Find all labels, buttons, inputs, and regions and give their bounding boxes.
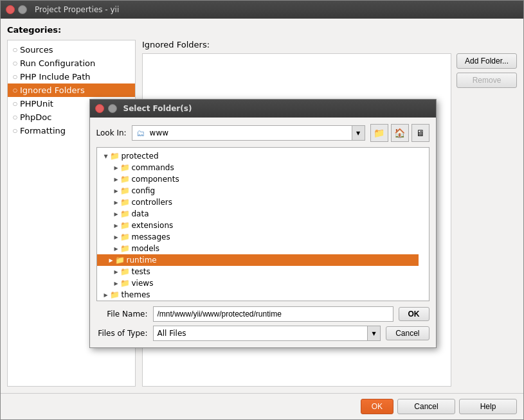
desktop-icon: 🖥 [416, 128, 425, 138]
nav-icons: 📁 🏠 🖥 [370, 124, 429, 142]
tree-label-runtime: runtime [127, 256, 157, 265]
tree-item-controllers[interactable]: ▶ 📁 controllers [97, 197, 419, 208]
right-action-buttons: Add Folder... Remove [456, 53, 517, 387]
expand-icon: ▼ [102, 153, 110, 159]
sidebar-item-sources[interactable]: ○ Sources [8, 43, 135, 57]
modal-body: Look In: 🗂 www ▼ 📁 🏠 [90, 118, 436, 347]
modal-cancel-button[interactable]: Cancel [386, 326, 429, 340]
modal-close-btn[interactable] [95, 104, 104, 113]
expand-icon: ▶ [113, 234, 120, 240]
folder-icon: 📁 [115, 256, 125, 265]
sidebar-label-ignored: Ignored Folders [20, 85, 85, 95]
tree-item-runtime[interactable]: ▶ 📁 runtime [97, 254, 419, 266]
add-folder-button[interactable]: Add Folder... [456, 53, 517, 69]
remove-button[interactable]: Remove [456, 73, 517, 88]
tree-label-config: config [132, 186, 156, 195]
tree-item-commands[interactable]: ▶ 📁 commands [97, 162, 419, 173]
help-button[interactable]: Help [459, 399, 517, 414]
close-btn[interactable] [6, 5, 15, 14]
folder-icon: 📁 [120, 186, 130, 195]
tree-item-views[interactable]: ▶ 📁 views [97, 277, 419, 289]
folder-icon: 📁 [120, 221, 130, 230]
files-of-type-combo[interactable]: All Files ▼ [153, 326, 381, 341]
select-folder-modal: Select Folder(s) Look In: 🗂 www ▼ [89, 99, 437, 348]
navigate-up-button[interactable]: 📁 [370, 124, 388, 142]
bullet-icon: ○ [13, 87, 17, 93]
window-title: Project Properties - yii [35, 5, 119, 14]
desktop-button[interactable]: 🖥 [411, 124, 429, 142]
bullet-icon: ○ [13, 60, 17, 66]
expand-icon: ▶ [113, 188, 120, 194]
tree-item-tests[interactable]: ▶ 📁 tests [97, 266, 419, 277]
tree-item-models[interactable]: ▶ 📁 models [97, 243, 419, 254]
sidebar-label-sources: Sources [20, 45, 53, 55]
bottom-bar: OK Cancel Help [1, 393, 523, 419]
look-in-combo[interactable]: 🗂 www ▼ [132, 125, 365, 141]
folder-icon: 📁 [110, 152, 120, 161]
bullet-icon: ○ [13, 74, 17, 80]
folder-icon: 📁 [120, 279, 130, 288]
bullet-icon: ○ [13, 101, 17, 107]
look-in-combo-text: 🗂 www [132, 127, 352, 139]
look-in-dropdown-arrow[interactable]: ▼ [352, 126, 365, 140]
cancel-button[interactable]: Cancel [397, 399, 455, 414]
modal-minimize-btn[interactable] [108, 104, 117, 113]
file-name-label: File Name: [96, 310, 148, 319]
folder-icon: 📁 [120, 209, 130, 218]
tree-item-config[interactable]: ▶ 📁 config [97, 185, 419, 197]
look-in-value: www [150, 128, 168, 137]
tree-label-tests: tests [132, 267, 150, 276]
folder-icon: 📁 [120, 232, 130, 241]
bullet-icon: ○ [13, 114, 17, 120]
files-type-text: All Files [158, 329, 186, 338]
tree-item-data[interactable]: ▶ 📁 data [97, 208, 419, 220]
home-icon: 🏠 [394, 128, 405, 138]
sidebar-item-run-configuration[interactable]: ○ Run Configuration [8, 57, 135, 70]
tree-label-messages: messages [132, 232, 170, 241]
tree-label-commands: commands [132, 163, 174, 172]
sidebar-label-phpdoc: PhpDoc [20, 112, 51, 122]
sidebar-label-php: PHP Include Path [20, 72, 91, 82]
tree-item-extensions[interactable]: ▶ 📁 extensions [97, 220, 419, 231]
tree-label-extensions: extensions [132, 221, 174, 230]
ignored-folders-label: Ignored Folders: [142, 40, 517, 49]
files-of-type-label: Files of Type: [96, 329, 148, 338]
title-bar: Project Properties - yii [1, 1, 523, 19]
folder-icon: 📁 [120, 267, 130, 276]
folder-icon: 📁 [120, 175, 130, 184]
window-controls [6, 5, 27, 14]
tree-label-models: models [132, 244, 160, 253]
expand-icon: ▶ [113, 165, 120, 171]
files-of-type-value: All Files [154, 326, 368, 340]
home-button[interactable]: 🏠 [391, 124, 409, 142]
expand-icon: ▶ [113, 269, 120, 275]
tree-content: ▼ 📁 protected ▶ 📁 commands [97, 148, 429, 301]
tree-item-protected[interactable]: ▼ 📁 protected [97, 150, 419, 162]
expand-icon: ▶ [107, 258, 115, 263]
minimize-btn[interactable] [18, 5, 27, 14]
tree-label-views: views [132, 279, 154, 288]
tree-item-themes[interactable]: ▶ 📁 themes [97, 289, 419, 301]
modal-title: Select Folder(s) [123, 104, 192, 113]
sidebar-label-formatting: Formatting [20, 126, 66, 136]
expand-icon: ▶ [113, 223, 120, 229]
tree-label-protected: protected [122, 152, 159, 161]
bullet-icon: ○ [13, 47, 17, 53]
file-tree-area[interactable]: ▼ 📁 protected ▶ 📁 commands [96, 147, 429, 301]
sidebar-item-php-include-path[interactable]: ○ PHP Include Path [8, 70, 135, 83]
modal-ok-button[interactable]: OK [399, 307, 429, 321]
bullet-icon: ○ [13, 128, 17, 134]
sidebar-item-ignored-folders[interactable]: ○ Ignored Folders [8, 83, 135, 97]
folder-icon: 📁 [120, 198, 130, 207]
tree-label-data: data [132, 209, 149, 218]
tree-item-components[interactable]: ▶ 📁 components [97, 173, 419, 185]
tree-item-messages[interactable]: ▶ 📁 messages [97, 231, 419, 243]
folder-icon: 📁 [120, 163, 130, 172]
tree-label-components: components [132, 175, 179, 184]
files-of-type-dropdown-arrow[interactable]: ▼ [367, 326, 380, 340]
ok-button[interactable]: OK [361, 399, 393, 414]
look-in-label: Look In: [96, 128, 127, 137]
expand-icon: ▶ [113, 211, 120, 217]
file-name-input[interactable] [153, 306, 393, 322]
tree-label-controllers: controllers [132, 198, 173, 207]
